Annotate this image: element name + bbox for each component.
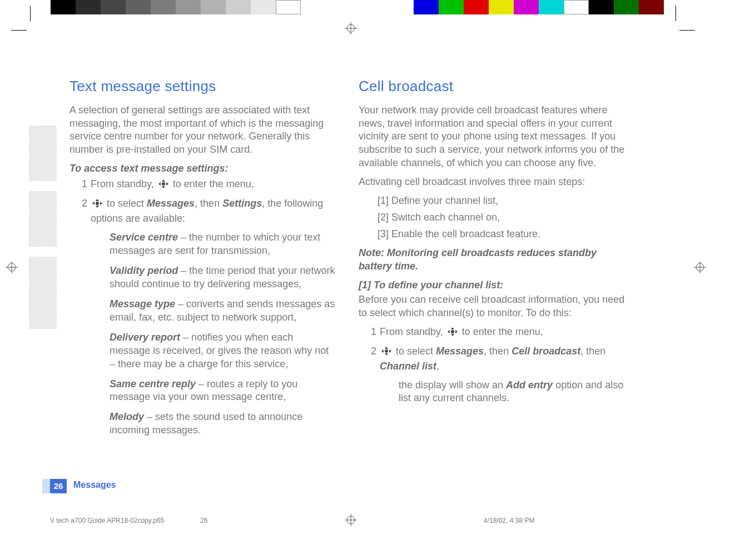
footer-section-title: Messages bbox=[73, 480, 116, 490]
step-text: to select bbox=[393, 346, 436, 357]
svg-marker-23 bbox=[451, 334, 454, 336]
nav-key-icon bbox=[447, 327, 458, 341]
svg-marker-15 bbox=[166, 182, 168, 186]
activating-line: Activating cell broadcast involves three… bbox=[359, 176, 625, 189]
nav-key-icon bbox=[158, 179, 169, 193]
svg-point-31 bbox=[385, 349, 388, 353]
option-item: Melody – sets the sound used to announce… bbox=[110, 411, 336, 437]
step-item: 1 From standby, to enter the menu, bbox=[77, 178, 336, 193]
svg-marker-12 bbox=[162, 179, 165, 182]
svg-marker-27 bbox=[385, 347, 388, 349]
define-label: [1] To define your channel list: bbox=[359, 279, 625, 292]
registration-mark-icon bbox=[694, 261, 706, 273]
crop-mark bbox=[11, 30, 27, 31]
option-term: Validity period bbox=[110, 265, 178, 276]
step-text: , then bbox=[580, 346, 605, 357]
intro-paragraph: Your network may provide cell broadcast … bbox=[359, 104, 625, 171]
step-text: From standby, bbox=[380, 326, 446, 337]
main-step: [1] Define your channel list, bbox=[378, 194, 625, 208]
color-calibration-bar bbox=[414, 0, 664, 14]
svg-marker-19 bbox=[92, 202, 95, 205]
svg-marker-13 bbox=[162, 186, 165, 188]
nav-key-icon bbox=[92, 198, 103, 212]
step-item: 2 to select Messages, then Cell broadcas… bbox=[366, 345, 625, 406]
option-term: Delivery report bbox=[110, 332, 180, 343]
footer-filename: V tech a700 Guide APR18-02copy.p65 bbox=[50, 517, 164, 524]
option-item: Service centre – the number to which you… bbox=[110, 231, 336, 258]
ui-term: Add entry bbox=[506, 379, 553, 391]
svg-marker-28 bbox=[385, 353, 388, 356]
step-text: to enter the menu, bbox=[170, 178, 254, 189]
svg-marker-17 bbox=[96, 199, 99, 201]
define-intro: Before you can receive cell broadcast in… bbox=[359, 293, 625, 320]
svg-marker-24 bbox=[448, 330, 450, 333]
option-item: Same centre reply – routes a reply to yo… bbox=[110, 378, 336, 404]
footer-pagenum: 26 bbox=[200, 517, 207, 524]
svg-point-26 bbox=[451, 330, 454, 333]
option-term: Melody bbox=[110, 411, 144, 422]
ui-term: Cell broadcast bbox=[511, 346, 580, 357]
option-item: Validity period – the time period that y… bbox=[110, 264, 336, 291]
main-steps-list: [1] Define your channel list,[2] Switch … bbox=[378, 194, 625, 241]
step-text: , bbox=[436, 361, 439, 372]
svg-point-21 bbox=[96, 202, 99, 205]
right-column: Cell broadcast Your network may provide … bbox=[359, 77, 625, 412]
step-item: 1 From standby, to enter the menu, bbox=[366, 326, 625, 341]
left-column: Text message settings A selection of gen… bbox=[69, 77, 336, 444]
svg-marker-30 bbox=[389, 349, 391, 353]
nav-key-icon bbox=[381, 346, 392, 360]
intro-paragraph: A selection of general settings are asso… bbox=[69, 104, 336, 157]
svg-marker-22 bbox=[451, 327, 454, 329]
svg-marker-29 bbox=[381, 349, 384, 353]
ui-term: Channel list bbox=[380, 361, 436, 372]
crop-mark bbox=[679, 30, 695, 31]
sub-note: the display will show an Add entry optio… bbox=[399, 379, 625, 406]
crop-mark bbox=[676, 6, 676, 21]
main-step: [2] Switch each channel on, bbox=[378, 211, 625, 224]
option-item: Delivery report – notifies you when each… bbox=[110, 331, 336, 371]
option-term: Same centre reply bbox=[110, 378, 196, 389]
section-heading-cell-broadcast: Cell broadcast bbox=[359, 77, 625, 96]
option-item: Message type – converts and sends messag… bbox=[110, 298, 336, 324]
step-item: 2 to select Messages, then Settings, the… bbox=[77, 197, 336, 437]
step-text: to enter the menu, bbox=[459, 326, 543, 337]
page-ornament bbox=[29, 257, 57, 329]
note-text: Note: Monitoring cell broadcasts reduces… bbox=[359, 247, 625, 273]
svg-marker-14 bbox=[158, 182, 161, 186]
page-ornament bbox=[29, 191, 57, 247]
registration-mark-icon bbox=[6, 261, 18, 273]
ui-term: Messages bbox=[436, 346, 484, 357]
ui-term: Messages bbox=[147, 198, 195, 209]
gray-calibration-bar bbox=[51, 0, 301, 14]
step-text: to select bbox=[104, 198, 147, 209]
ui-term: Settings bbox=[222, 198, 262, 209]
option-term: Service centre bbox=[110, 232, 178, 243]
registration-mark-icon bbox=[345, 514, 357, 526]
main-step: [3] Enable the cell broadcast feature. bbox=[378, 228, 625, 241]
svg-marker-20 bbox=[100, 202, 102, 205]
sub-text: the display will show an bbox=[399, 379, 506, 391]
footer-timestamp: 4/18/02, 4:38 PM bbox=[484, 517, 534, 524]
step-text: , then bbox=[195, 198, 222, 209]
section-heading-text-settings: Text message settings bbox=[69, 77, 336, 96]
step-text: From standby, bbox=[91, 178, 157, 189]
page-number: 26 bbox=[50, 479, 67, 493]
options-list: Service centre – the number to which you… bbox=[110, 231, 336, 437]
svg-marker-25 bbox=[455, 330, 458, 333]
crop-mark bbox=[30, 6, 31, 21]
option-term: Message type bbox=[110, 298, 175, 309]
registration-mark-icon bbox=[345, 22, 357, 34]
page-ornament bbox=[29, 126, 57, 181]
svg-point-16 bbox=[162, 182, 165, 186]
step-text: , then bbox=[484, 346, 511, 357]
svg-marker-18 bbox=[96, 206, 99, 208]
access-label: To access text message settings: bbox=[69, 162, 336, 176]
